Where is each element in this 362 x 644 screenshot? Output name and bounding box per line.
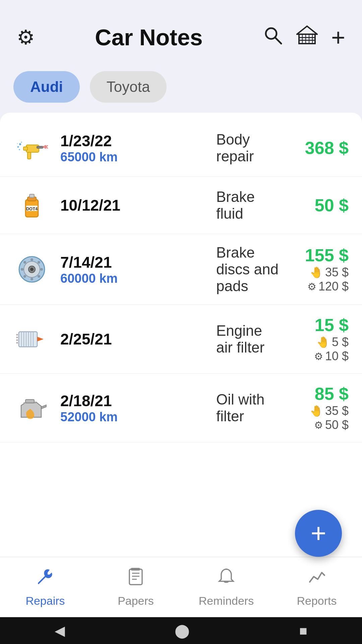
garage-icon[interactable] [293, 21, 321, 53]
svg-point-34 [38, 275, 40, 278]
svg-rect-10 [26, 145, 39, 152]
bottom-navigation: Repairs Papers Reminders [0, 557, 362, 617]
bell-icon [217, 567, 236, 591]
repair-date-info: 2/18/21 52000 km [60, 392, 199, 424]
header: ⚙ Car Notes + [0, 0, 362, 64]
svg-rect-53 [129, 569, 142, 585]
nav-label-reminders: Reminders [199, 594, 254, 607]
svg-point-44 [16, 334, 18, 335]
nav-label-reports: Reports [297, 594, 337, 607]
wrench-icon [36, 567, 55, 591]
repair-date-info: 1/23/22 65000 km [60, 132, 199, 164]
svg-rect-22 [29, 194, 34, 198]
repair-icon-fluid: DOT4 [13, 187, 50, 224]
svg-point-18 [17, 143, 18, 144]
nav-label-papers: Papers [118, 594, 154, 607]
svg-point-15 [17, 146, 19, 148]
android-navigation-bar: ◀ ⬤ ■ [0, 617, 362, 644]
svg-point-32 [40, 268, 43, 271]
table-row[interactable]: 2/25/21 Engine air filter 15 $ 🤚 5 $ ⚙ 1… [0, 305, 362, 374]
svg-rect-51 [25, 399, 34, 403]
repair-cost: 85 $ 🤚 35 $ ⚙ 50 $ [282, 384, 349, 432]
car-tab-audi[interactable]: Audi [13, 71, 80, 103]
recents-button[interactable]: ■ [299, 623, 307, 638]
svg-point-28 [30, 268, 34, 271]
repair-icon-spray: ≪ [13, 129, 50, 166]
table-row[interactable]: 7/14/21 60000 km Brake discs and pads 15… [0, 234, 362, 305]
svg-marker-48 [37, 337, 44, 341]
svg-point-31 [21, 268, 23, 271]
add-icon[interactable]: + [328, 20, 349, 54]
app-title: Car Notes [38, 24, 259, 50]
nav-item-papers[interactable]: Papers [90, 557, 181, 617]
svg-point-16 [19, 149, 20, 150]
svg-point-47 [16, 342, 18, 343]
svg-rect-57 [131, 568, 140, 571]
nav-label-repairs: Repairs [25, 594, 65, 607]
svg-text:DOT4: DOT4 [26, 206, 38, 211]
nav-item-reports[interactable]: Reports [272, 557, 362, 617]
svg-rect-13 [27, 152, 31, 159]
nav-item-repairs[interactable]: Repairs [0, 557, 90, 617]
svg-point-29 [31, 258, 33, 261]
papers-icon [126, 567, 145, 591]
add-repair-fab[interactable]: + [295, 510, 342, 557]
svg-point-14 [19, 143, 21, 145]
repair-cost: 155 $ 🤚 35 $ ⚙ 120 $ [282, 245, 349, 293]
repair-cost: 15 $ 🤚 5 $ ⚙ 10 $ [282, 315, 349, 363]
repair-date-info: 7/14/21 60000 km [60, 253, 199, 286]
svg-line-1 [275, 38, 281, 44]
repair-icon-filter [13, 321, 50, 358]
svg-point-45 [16, 336, 18, 338]
svg-marker-52 [41, 405, 46, 409]
svg-point-30 [31, 278, 33, 280]
svg-point-36 [23, 275, 26, 278]
svg-rect-11 [23, 147, 27, 150]
svg-point-33 [23, 261, 26, 264]
table-row[interactable]: ≪ 1/23/22 65000 km Body repair 368 $ [0, 119, 362, 177]
reports-icon [307, 567, 326, 591]
svg-point-17 [21, 142, 22, 143]
search-icon[interactable] [259, 22, 286, 53]
svg-marker-2 [297, 26, 317, 34]
home-button[interactable]: ⬤ [175, 623, 190, 638]
repair-cost: 50 $ [282, 195, 349, 215]
car-tab-toyota[interactable]: Toyota [90, 71, 167, 103]
svg-text:≪: ≪ [42, 144, 48, 150]
svg-point-46 [16, 339, 18, 341]
repair-icon-disc [13, 251, 50, 288]
back-button[interactable]: ◀ [55, 623, 65, 638]
car-selector: Audi Toyota [0, 64, 362, 113]
repair-cost: 368 $ [282, 138, 349, 158]
svg-point-35 [38, 261, 40, 264]
table-row[interactable]: 2/18/21 52000 km Oil with filter 85 $ 🤚 … [0, 374, 362, 442]
table-row[interactable]: DOT4 10/12/21 Brake fluid 50 $ [0, 177, 362, 234]
nav-item-reminders[interactable]: Reminders [181, 557, 272, 617]
settings-icon[interactable]: ⚙ [13, 22, 38, 52]
repair-date-info: 2/25/21 [60, 330, 199, 348]
repair-date-info: 10/12/21 [60, 196, 199, 214]
repair-icon-oil [13, 389, 50, 426]
